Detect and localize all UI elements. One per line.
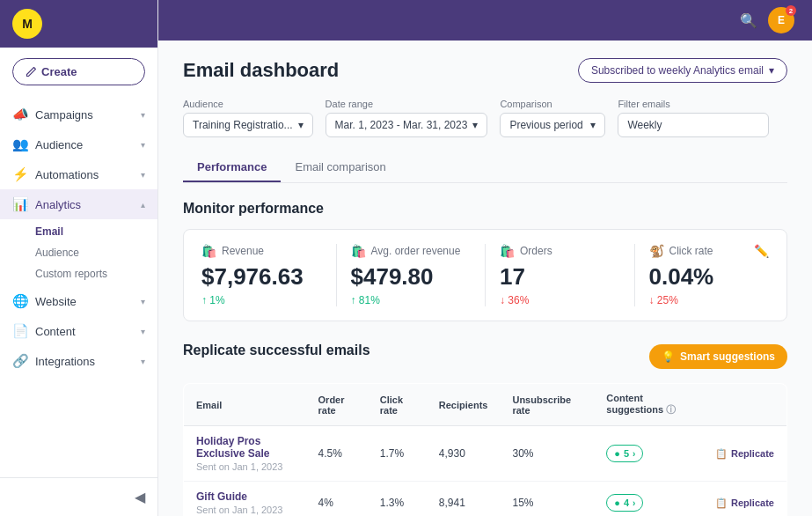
metric-change: ↑ 81%: [351, 294, 472, 306]
info-icon[interactable]: ⓘ: [666, 404, 676, 415]
email-link[interactable]: Holiday Pros Exclusive Sale: [196, 435, 294, 460]
suggestions-cell: ● 4 ›: [594, 482, 703, 517]
sidebar-item-label: Analytics: [35, 198, 134, 211]
metric-value: $479.80: [351, 263, 472, 291]
replicate-button[interactable]: 📋 Replicate: [715, 448, 774, 460]
filters-bar: Audience Training Registratio... ▾ Date …: [183, 99, 787, 137]
edit-icon[interactable]: ✏️: [754, 244, 769, 258]
sidebar-item-integrations[interactable]: 🔗 Integrations ▾: [0, 346, 157, 376]
filter-emails-label: Filter emails: [618, 99, 769, 109]
sidebar-item-label: Content: [35, 325, 134, 338]
sidebar-item-audience[interactable]: 👥 Audience ▾: [0, 129, 157, 159]
automations-icon: ⚡: [12, 166, 28, 182]
click-rate-cell: 1.3%: [368, 482, 427, 517]
tab-email-comparison[interactable]: Email comparison: [281, 153, 399, 182]
sidebar-header: M: [0, 0, 157, 48]
metric-header: 🛍️ Orders: [500, 244, 620, 258]
email-sent-date: Sent on Jan 1, 2023: [196, 505, 294, 515]
sidebar-footer: ◀: [0, 477, 157, 516]
col-suggestions: Content suggestions ⓘ: [594, 384, 703, 426]
table-header: Email Order rate Click rate Recipients U…: [184, 384, 787, 426]
sidebar-item-website[interactable]: 🌐 Website ▾: [0, 286, 157, 316]
unsubscribe-cell: 15%: [500, 482, 594, 517]
metric-revenue: 🛍️ Revenue $7,976.63 ↑ 1%: [201, 244, 337, 306]
comparison-filter: Comparison Previous period ▾: [500, 99, 605, 137]
avatar[interactable]: E 2: [768, 7, 794, 33]
tab-performance[interactable]: Performance: [183, 153, 281, 182]
search-button[interactable]: 🔍: [740, 12, 757, 29]
filter-emails-input[interactable]: [618, 113, 769, 137]
metric-label: Click rate: [669, 245, 713, 257]
chevron-right-icon: ›: [633, 449, 635, 459]
sidebar-item-campaigns[interactable]: 📣 Campaigns ▾: [0, 100, 157, 129]
sidebar-item-automations[interactable]: ⚡ Automations ▾: [0, 159, 157, 189]
col-order-rate: Order rate: [306, 384, 368, 426]
search-icon: 🔍: [740, 13, 757, 28]
tabs-bar: Performance Email comparison: [183, 153, 787, 183]
orders-icon: 🛍️: [500, 244, 515, 258]
sidebar-item-label: Automations: [35, 168, 134, 181]
metric-value: 0.04%: [649, 263, 770, 291]
replicate-title: Replicate successful emails: [183, 343, 370, 358]
recipients-cell: 8,941: [427, 482, 501, 517]
chevron-down-icon: ▾: [141, 170, 145, 180]
sidebar-sub-item-email[interactable]: Email: [35, 221, 157, 242]
avg-order-icon: 🛍️: [351, 244, 366, 258]
sidebar: M Create 📣 Campaigns ▾ 👥 Audience ▾ ⚡ Au…: [0, 0, 158, 516]
replicate-section: Replicate successful emails 💡 Smart sugg…: [183, 343, 787, 516]
avatar-label: E: [778, 14, 785, 26]
table-row: Holiday Pros Exclusive Sale Sent on Jan …: [184, 426, 787, 482]
suggestion-badge[interactable]: ● 5 ›: [606, 445, 643, 462]
sidebar-sub-item-audience[interactable]: Audience: [35, 242, 157, 263]
recipients-cell: 4,930: [427, 426, 501, 482]
date-range-select[interactable]: Mar. 1, 2023 - Mar. 31, 2023 ▾: [326, 113, 488, 137]
order-rate-cell: 4.5%: [306, 426, 368, 482]
comparison-label: Comparison: [500, 99, 605, 109]
sidebar-item-content[interactable]: 📄 Content ▾: [0, 316, 157, 346]
chevron-up-icon: ▴: [141, 200, 145, 210]
audience-select[interactable]: Training Registratio... ▾: [183, 113, 313, 137]
date-range-filter: Date range Mar. 1, 2023 - Mar. 31, 2023 …: [326, 99, 488, 137]
email-cell: Holiday Pros Exclusive Sale Sent on Jan …: [184, 426, 306, 482]
create-label: Create: [41, 65, 77, 78]
sidebar-item-label: Integrations: [35, 355, 134, 368]
email-cell: Gift Guide Sent on Jan 1, 2023: [184, 482, 306, 517]
chevron-right-icon: ›: [633, 498, 635, 508]
integrations-icon: 🔗: [12, 353, 28, 369]
smart-suggestions-button[interactable]: 💡 Smart suggestions: [649, 344, 787, 369]
content-icon: 📄: [12, 323, 28, 339]
comparison-select[interactable]: Previous period ▾: [500, 113, 605, 137]
audience-icon: 👥: [12, 136, 28, 152]
avatar-badge: 2: [786, 5, 796, 16]
monitor-section: Monitor performance 🛍️ Revenue $7,976.63…: [183, 201, 787, 321]
copy-icon: 📋: [715, 448, 728, 460]
copy-icon: 📋: [715, 498, 728, 509]
sidebar-item-label: Website: [35, 295, 134, 308]
sidebar-item-analytics[interactable]: 📊 Analytics ▴: [0, 189, 157, 219]
create-button[interactable]: Create: [12, 58, 145, 85]
audience-label: Audience: [183, 99, 313, 109]
chevron-down-icon: ▾: [141, 110, 145, 120]
chevron-down-icon: ▾: [141, 357, 145, 366]
metric-change: ↓ 36%: [500, 294, 620, 306]
metric-header: 🛍️ Avg. order revenue: [351, 244, 472, 258]
chevron-down-icon: ▾: [141, 297, 145, 306]
suggestion-badge[interactable]: ● 4 ›: [606, 494, 643, 512]
campaigns-icon: 📣: [12, 107, 28, 122]
page-header: Email dashboard Subscribed to weekly Ana…: [183, 58, 787, 83]
metric-value: $7,976.63: [201, 263, 322, 291]
replicate-button[interactable]: 📋 Replicate: [715, 498, 774, 509]
replicate-label: Replicate: [731, 498, 774, 508]
sidebar-collapse-button[interactable]: ◀: [135, 489, 145, 505]
click-rate-icon: 🐒: [649, 244, 664, 258]
chevron-down-icon: ▾: [590, 119, 596, 131]
replicate-header: Replicate successful emails 💡 Smart sugg…: [183, 343, 787, 371]
col-click-rate: Click rate: [368, 384, 427, 426]
email-link[interactable]: Gift Guide: [196, 490, 294, 503]
metric-value: 17: [500, 263, 620, 291]
date-range-label: Date range: [326, 99, 488, 109]
table-row: Gift Guide Sent on Jan 1, 2023 4% 1.3% 8…: [184, 482, 787, 517]
replicate-cell: 📋 Replicate: [703, 482, 786, 517]
subscribe-button[interactable]: Subscribed to weekly Analytics email ▾: [578, 58, 787, 83]
sidebar-sub-item-custom-reports[interactable]: Custom reports: [35, 263, 157, 284]
